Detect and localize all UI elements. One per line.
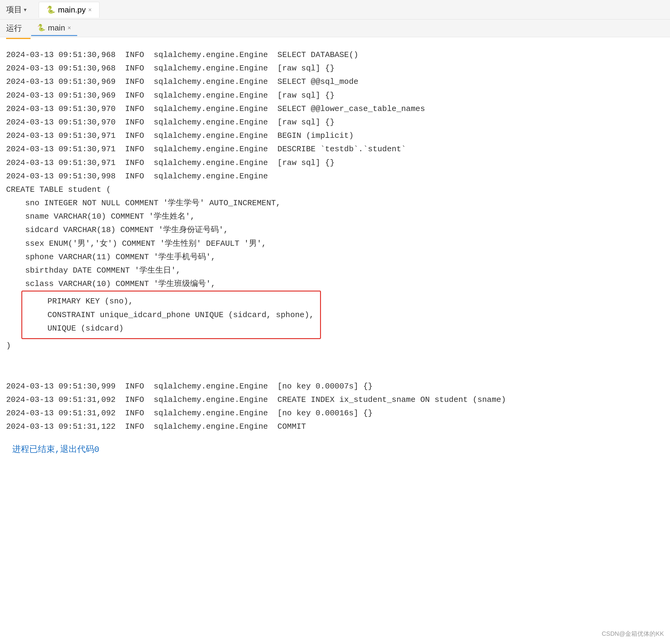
field-sclass: sclass VARCHAR(10) COMMENT '学生班级编号', [6,277,664,291]
run-tab[interactable]: 🐍 main × [31,21,77,36]
log-container: 2024-03-13 09:51:30,968 INFO sqlalchemy.… [0,45,670,460]
field-sidcard: sidcard VARCHAR(18) COMMENT '学生身份证号码', [6,223,664,237]
log-line-after2: 2024-03-13 09:51:31,092 INFO sqlalchemy.… [6,393,664,407]
log-line: 2024-03-13 09:51:30,970 INFO sqlalchemy.… [6,115,664,129]
constraint-unique-sidcard: UNIQUE (sidcard) [28,322,314,335]
create-table-footer: ) [6,339,664,353]
tab-bar: 🐍 main.py × [39,2,99,18]
create-table-section: CREATE TABLE student ( sno INTEGER NOT N… [6,183,664,353]
log-line: 2024-03-13 09:51:30,968 INFO sqlalchemy.… [6,48,664,61]
run-tab-close[interactable]: × [67,24,71,31]
tab-filename: main.py [58,5,86,15]
field-sphone: sphone VARCHAR(11) COMMENT '学生手机号码', [6,250,664,264]
create-table-header: CREATE TABLE student ( [6,183,664,196]
status-section: 进程已结束,退出代码0 [6,442,664,457]
tab-close-button[interactable]: × [88,6,92,13]
run-label: 运行 [6,23,22,33]
log-line: 2024-03-13 09:51:30,971 INFO sqlalchemy.… [6,129,664,142]
field-ssex: ssex ENUM('男','女') COMMENT '学生性别' DEFAUL… [6,237,664,250]
project-label: 项目 [6,4,22,15]
process-status: 进程已结束,退出代码0 [6,439,106,457]
log-line-after3: 2024-03-13 09:51:31,092 INFO sqlalchemy.… [6,407,664,420]
constraint-unique-idcard: CONSTRAINT unique_idcard_phone UNIQUE (s… [28,308,314,322]
run-tab-name: main [48,23,65,32]
main-py-tab[interactable]: 🐍 main.py × [39,2,99,18]
blank-line [6,366,664,379]
field-sno: sno INTEGER NOT NULL COMMENT '学生学号' AUTO… [6,196,664,210]
field-sbirthday: sbirthday DATE COMMENT '学生生日', [6,264,664,277]
run-tab-icon: 🐍 [37,24,45,32]
log-line: 2024-03-13 09:51:30,969 INFO sqlalchemy.… [6,89,664,102]
constraint-primary-key: PRIMARY KEY (sno), [28,294,314,308]
log-line: 2024-03-13 09:51:30,998 INFO sqlalchemy.… [6,169,664,183]
project-menu[interactable]: 项目 ▾ [6,4,27,15]
log-line-after1: 2024-03-13 09:51:30,999 INFO sqlalchemy.… [6,380,664,393]
run-bar: 运行 🐍 main × [0,19,670,37]
log-line: 2024-03-13 09:51:30,970 INFO sqlalchemy.… [6,102,664,115]
blank-line [6,353,664,366]
python-icon: 🐍 [46,5,55,14]
log-line: 2024-03-13 09:51:30,971 INFO sqlalchemy.… [6,142,664,156]
log-line-after4: 2024-03-13 09:51:31,122 INFO sqlalchemy.… [6,420,664,433]
log-line: 2024-03-13 09:51:30,971 INFO sqlalchemy.… [6,156,664,169]
log-line: 2024-03-13 09:51:30,968 INFO sqlalchemy.… [6,61,664,75]
watermark: CSDN@金箱优体的KK [602,630,664,638]
log-line: 2024-03-13 09:51:30,969 INFO sqlalchemy.… [6,75,664,88]
title-bar-left: 项目 ▾ [6,4,27,15]
field-sname: sname VARCHAR(10) COMMENT '学生姓名', [6,210,664,223]
main-content: 2024-03-13 09:51:30,968 INFO sqlalchemy.… [0,39,670,643]
title-bar: 项目 ▾ 🐍 main.py × [0,0,670,19]
highlighted-constraints-box: PRIMARY KEY (sno), CONSTRAINT unique_idc… [21,291,321,339]
project-chevron-icon: ▾ [24,6,27,13]
